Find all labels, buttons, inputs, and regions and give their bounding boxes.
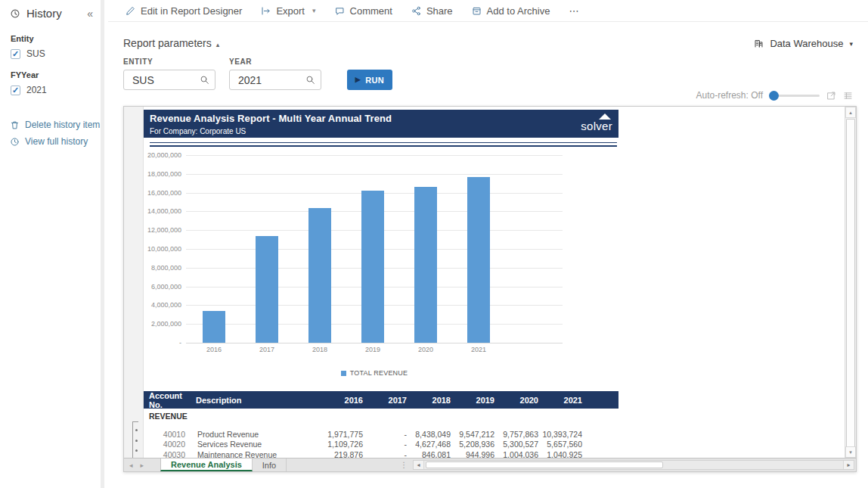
year-input[interactable] (237, 73, 300, 87)
toolbar-more-button[interactable]: ⋯ (569, 5, 578, 17)
sidebar-title: History (26, 7, 62, 20)
value-cell: - (363, 450, 407, 458)
trash-icon (10, 120, 20, 130)
description-cell: Maintenance Revenue (191, 450, 319, 458)
scroll-down-button[interactable]: ▾ (845, 446, 856, 458)
filter-option-label: SUS (26, 48, 45, 59)
x-axis-tick-label: 2019 (346, 346, 399, 353)
y-axis-tick-label: - (144, 339, 181, 347)
history-sidebar-header: History « (0, 0, 101, 23)
autorefresh-label: Auto-refresh: Off (696, 90, 763, 101)
sheet-nav-next-button[interactable]: ▸ (141, 462, 144, 469)
outline-gutter (124, 107, 144, 458)
collapse-sidebar-button[interactable]: « (85, 8, 95, 20)
entity-input[interactable] (131, 73, 194, 87)
filter-group-label: Entity (11, 34, 101, 43)
bar-2018[interactable] (308, 208, 331, 343)
account-number-cell: 40020 (144, 440, 191, 449)
sheet-tab-nav: ◂ ▸ (124, 458, 150, 471)
value-cell: 1,971,775 (319, 430, 363, 439)
filter-group-label: FYYear (11, 70, 101, 79)
action-label: Delete history item (25, 120, 100, 130)
description-cell: Product Revenue (191, 430, 319, 439)
y-axis-tick-label: 6,000,000 (144, 283, 181, 291)
toolbar-share-button[interactable]: Share (411, 5, 453, 17)
y-axis-tick-label: 16,000,000 (144, 189, 181, 197)
sheet-tab-info[interactable]: Info (253, 458, 287, 471)
search-icon[interactable] (200, 75, 209, 85)
legend-swatch (341, 371, 346, 376)
table-body: 40010Product Revenue1,971,775-8,438,0499… (144, 429, 618, 458)
scroll-right-button[interactable]: ▸ (843, 461, 854, 469)
view-full-history-link[interactable]: View full history (10, 136, 101, 147)
autorefresh-slider-knob[interactable] (769, 91, 779, 101)
toolbar-export-button[interactable]: Export▾ (261, 5, 315, 17)
value-cell: 9,757,863 (494, 430, 538, 439)
table-header-description: Description (191, 396, 319, 405)
report-parameters-label: Report parameters (123, 37, 212, 49)
vertical-scrollbar[interactable]: ▴ ▾ (845, 107, 856, 458)
report-subtitle: For Company: Corporate US (150, 127, 612, 135)
bar-2021[interactable] (467, 177, 490, 343)
sheet-tab-revenue-analysis[interactable]: Revenue Analysis (160, 458, 253, 471)
bar-2020[interactable] (414, 187, 437, 343)
toolbar-item-label: Export (276, 5, 305, 17)
value-cell: 1,109,726 (319, 440, 363, 449)
scroll-left-button[interactable]: ◂ (414, 461, 424, 469)
y-axis-tick-label: 8,000,000 (144, 264, 181, 272)
report-title: Revenue Analysis Report - Multi Year Ann… (150, 113, 612, 124)
bar-2019[interactable] (361, 191, 384, 343)
scroll-up-button[interactable]: ▴ (845, 107, 856, 118)
table-header-2016: 2016 (319, 396, 363, 405)
x-axis-tick-label: 2016 (188, 346, 240, 353)
search-icon[interactable] (305, 75, 315, 85)
value-cell: 9,547,212 (451, 430, 494, 439)
value-cell: - (363, 430, 407, 439)
filter-option-label: 2021 (26, 85, 47, 95)
value-cell: - (363, 440, 407, 449)
value-cell: 8,438,049 (407, 430, 451, 439)
run-button[interactable]: ▶ RUN (347, 70, 392, 90)
table-row-40030: 40030Maintenance Revenue219,876-846,0819… (144, 449, 618, 458)
history-actions: Delete history itemView full history (0, 120, 101, 147)
toolbar-archive-button[interactable]: Add to Archive (472, 5, 550, 17)
x-axis-tick-label: 2018 (293, 346, 346, 353)
outline-row-dot (135, 449, 138, 452)
tab-area-splitter[interactable]: ⋮ (400, 458, 408, 471)
horizontal-scrollbar-thumb[interactable] (426, 462, 663, 468)
vertical-scrollbar-thumb[interactable] (846, 119, 855, 447)
checkbox-icon[interactable]: ✓ (11, 85, 20, 95)
table-header-row: Account No.Description201620172018201920… (144, 391, 618, 409)
filter-checkbox-sus[interactable]: ✓SUS (11, 48, 101, 59)
bar-2017[interactable] (256, 236, 278, 343)
history-sidebar: History « Entity✓SUSFYYear✓2021 Delete h… (0, 0, 104, 488)
datasource-dropdown[interactable]: Data Warehouse ▾ (754, 38, 853, 49)
delete-history-item-link[interactable]: Delete history item (10, 120, 101, 130)
table-row-40020: 40020Services Revenue1,109,726-4,627,468… (144, 440, 618, 450)
pencil-icon (126, 6, 135, 16)
horizontal-scrollbar[interactable]: ◂ ▸ (413, 460, 854, 470)
bar-2016[interactable] (203, 311, 225, 343)
run-button-label: RUN (365, 76, 384, 85)
history-icon (10, 137, 20, 147)
autorefresh-slider[interactable] (770, 95, 820, 97)
y-axis-tick-label: 4,000,000 (144, 301, 181, 309)
entity-field-group: ENTITY (123, 58, 215, 90)
share-icon (411, 6, 421, 16)
value-cell: 1,040,925 (538, 450, 582, 458)
description-cell: Services Revenue (191, 440, 319, 449)
toolbar-pencil-button[interactable]: Edit in Report Designer (126, 5, 242, 17)
popout-icon[interactable] (826, 91, 836, 101)
grid-view-icon[interactable] (843, 91, 853, 101)
sheet-nav-prev-button[interactable]: ◂ (129, 462, 133, 469)
filter-checkbox-2021[interactable]: ✓2021 (11, 85, 101, 95)
report-parameters-toggle[interactable]: Report parameters▴ (123, 37, 219, 49)
y-axis-tick-label: 18,000,000 (144, 170, 181, 178)
history-filters: Entity✓SUSFYYear✓2021 (0, 34, 101, 95)
entity-lookup (123, 70, 215, 90)
y-axis-tick-label: 12,000,000 (144, 226, 181, 234)
toolbar-comment-button[interactable]: Comment (335, 5, 392, 17)
checkbox-icon[interactable]: ✓ (11, 49, 20, 59)
datasource-label: Data Warehouse (770, 38, 843, 49)
table-header-2021: 2021 (538, 396, 582, 405)
